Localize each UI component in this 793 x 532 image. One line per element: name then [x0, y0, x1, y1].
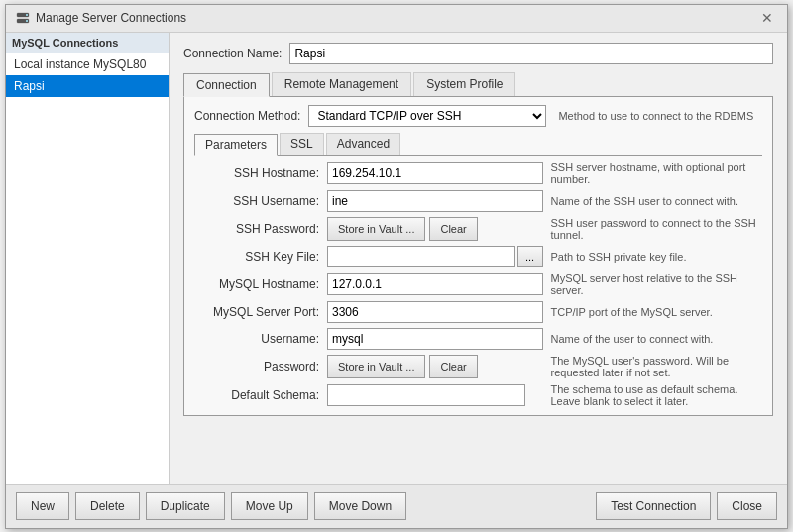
- svg-point-3: [26, 20, 28, 22]
- new-button[interactable]: New: [16, 492, 69, 520]
- tab-connection[interactable]: Connection: [183, 73, 270, 97]
- top-tabs-container: Connection Remote Management System Prof…: [183, 72, 773, 416]
- main-content: MySQL Connections Local instance MySQL80…: [6, 33, 787, 484]
- dialog: Manage Server Connections ✕ MySQL Connec…: [5, 4, 788, 529]
- username-input[interactable]: [327, 328, 543, 350]
- ssh-hostname-desc: SSH server hostname, with optional port …: [547, 161, 763, 185]
- connection-name-input[interactable]: [289, 43, 773, 64]
- test-connection-button[interactable]: Test Connection: [596, 492, 711, 520]
- password-desc: The MySQL user's password. Will be reque…: [547, 355, 763, 378]
- connection-name-label: Connection Name:: [183, 47, 282, 60]
- tab-content-connection: Connection Method: Standard TCP/IP over …: [183, 97, 773, 416]
- ssh-password-label: SSH Password:: [194, 222, 323, 236]
- default-schema-desc: The schema to use as default schema. Lea…: [547, 383, 763, 407]
- default-schema-input[interactable]: [327, 384, 525, 406]
- ssh-hostname-input[interactable]: [327, 162, 543, 184]
- method-row: Connection Method: Standard TCP/IP over …: [194, 105, 762, 127]
- clear-button[interactable]: Clear: [429, 355, 477, 378]
- main-panel: Connection Name: Connection Remote Manag…: [170, 33, 787, 484]
- method-select[interactable]: Standard TCP/IP over SSH: [308, 105, 546, 127]
- title-bar: Manage Server Connections ✕: [6, 5, 787, 33]
- ssh-keyfile-label: SSH Key File:: [194, 250, 323, 264]
- sidebar-item-rapsi[interactable]: Rapsi: [6, 75, 169, 97]
- default-schema-label: Default Schema:: [194, 388, 323, 402]
- server-icon: [16, 11, 30, 25]
- inner-tab-parameters[interactable]: Parameters: [194, 134, 278, 156]
- ssh-password-desc: SSH user password to connect to the SSH …: [547, 217, 763, 241]
- method-desc: Method to use to connect to the RDBMS: [558, 110, 753, 122]
- mysql-port-label: MySQL Server Port:: [194, 305, 323, 319]
- mysql-hostname-input[interactable]: [327, 273, 543, 295]
- mysql-port-desc: TCP/IP port of the MySQL server.: [547, 306, 763, 318]
- sidebar-header: MySQL Connections: [6, 33, 169, 53]
- ssh-keyfile-desc: Path to SSH private key file.: [547, 251, 763, 263]
- ssh-hostname-label: SSH Hostname:: [194, 166, 323, 180]
- mysql-port-input[interactable]: [327, 301, 543, 323]
- ssh-keyfile-browse-button[interactable]: ...: [517, 246, 543, 267]
- move-up-button[interactable]: Move Up: [231, 492, 308, 520]
- move-down-button[interactable]: Move Down: [314, 492, 406, 520]
- close-dialog-button[interactable]: Close: [717, 492, 777, 520]
- tab-remote-management[interactable]: Remote Management: [272, 72, 411, 96]
- sidebar: MySQL Connections Local instance MySQL80…: [6, 33, 170, 484]
- bottom-bar: New Delete Duplicate Move Up Move Down T…: [6, 484, 787, 528]
- title-bar-left: Manage Server Connections: [16, 11, 186, 25]
- password-btns: Store in Vault ... Clear: [327, 355, 543, 378]
- connection-name-row: Connection Name:: [183, 43, 773, 64]
- close-button[interactable]: ✕: [757, 10, 777, 26]
- svg-point-2: [26, 14, 28, 16]
- inner-tab-advanced[interactable]: Advanced: [326, 133, 400, 155]
- mysql-hostname-desc: MySQL server host relative to the SSH se…: [547, 272, 763, 296]
- mysql-hostname-label: MySQL Hostname:: [194, 277, 323, 291]
- ssh-clear-button[interactable]: Clear: [429, 217, 477, 241]
- password-label: Password:: [194, 360, 323, 373]
- ssh-keyfile-input[interactable]: [327, 246, 515, 267]
- ssh-username-desc: Name of the SSH user to connect with.: [547, 195, 763, 207]
- sidebar-item-local[interactable]: Local instance MySQL80: [6, 53, 169, 75]
- title-text: Manage Server Connections: [36, 11, 186, 25]
- method-label: Connection Method:: [194, 109, 300, 123]
- username-label: Username:: [194, 332, 323, 346]
- inner-tabs-bar: Parameters SSL Advanced: [194, 133, 762, 156]
- tab-system-profile[interactable]: System Profile: [413, 72, 515, 96]
- ssh-username-label: SSH Username:: [194, 194, 323, 208]
- top-tabs-bar: Connection Remote Management System Prof…: [183, 72, 773, 97]
- ssh-store-vault-button[interactable]: Store in Vault ...: [327, 217, 425, 241]
- store-vault-button[interactable]: Store in Vault ...: [327, 355, 425, 378]
- ssh-password-btns: Store in Vault ... Clear: [327, 217, 543, 241]
- params-grid: SSH Hostname: SSH server hostname, with …: [194, 161, 762, 407]
- inner-tab-ssl[interactable]: SSL: [280, 133, 324, 155]
- ssh-keyfile-row: ...: [327, 246, 543, 267]
- ssh-username-input[interactable]: [327, 190, 543, 212]
- username-desc: Name of the user to connect with.: [547, 333, 763, 345]
- delete-button[interactable]: Delete: [75, 492, 140, 520]
- duplicate-button[interactable]: Duplicate: [146, 492, 225, 520]
